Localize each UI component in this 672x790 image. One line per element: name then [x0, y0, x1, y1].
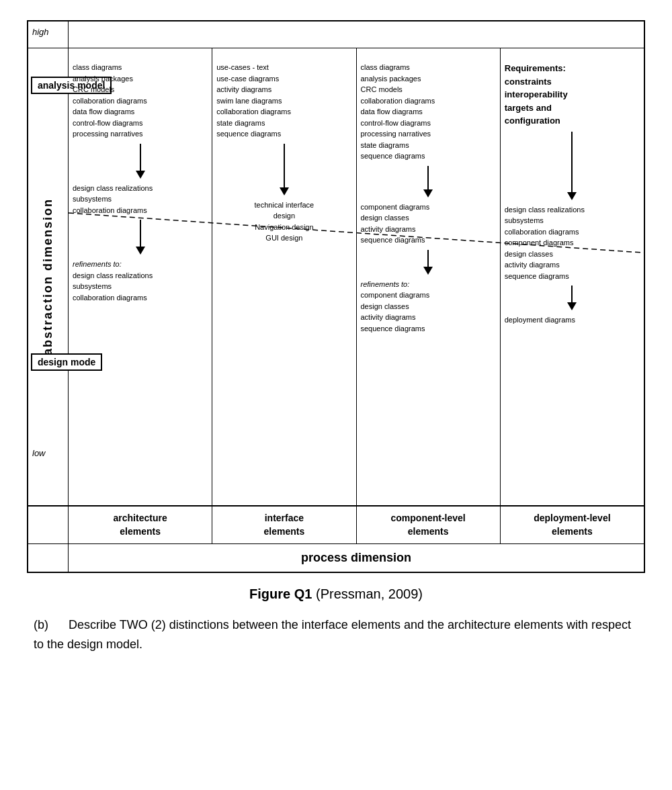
comp-mid-items: component diagrams design classes activi…: [361, 202, 496, 246]
iface-item: Navigation design: [216, 222, 351, 233]
label-component: component-levelelements: [357, 507, 501, 543]
arch-top-items: class diagrams analysis packages CRC mod…: [73, 54, 208, 140]
req-item: interoperability: [505, 88, 640, 101]
arch-item: collaboration diagrams: [73, 95, 208, 107]
col-component: class diagrams analysis packages CRC mod…: [357, 48, 501, 505]
comp-item: CRC models: [361, 84, 496, 95]
comp-item: data flow diagrams: [361, 106, 496, 118]
deploy-top: Requirements: constraints interoperabili…: [505, 54, 640, 128]
comp-item: sequence diagrams: [361, 150, 496, 162]
comp-item: design classes: [361, 301, 496, 312]
low-label: low: [32, 448, 46, 458]
arch-arrow-2: [73, 220, 208, 255]
arch-item: collaboration diagrams: [73, 205, 208, 216]
high-label: high: [32, 27, 49, 37]
iface-item: swim lane diagrams: [216, 95, 351, 107]
iface-item: use-case diagrams: [216, 73, 351, 85]
label-deployment: deployment-levelelements: [501, 507, 644, 543]
arch-item: analysis packages: [73, 73, 208, 85]
comp-item: processing narratives: [361, 128, 496, 140]
req-item: constraints: [505, 75, 640, 89]
deploy-item: design class realizations: [505, 204, 640, 216]
requirements-heading: Requirements:: [505, 62, 640, 75]
arch-item: design class realizations: [73, 183, 208, 194]
question-block: (b) Describe TWO (2) distinctions betwee…: [34, 615, 638, 654]
process-spacer: [28, 544, 69, 572]
columns-wrapper: class diagrams analysis packages CRC mod…: [69, 48, 644, 505]
refinements-label: refinements to:: [73, 259, 208, 270]
comp-item: state diagrams: [361, 140, 496, 151]
arch-arrow-1: [73, 144, 208, 179]
refinements-label-comp: refinements to:: [361, 279, 496, 290]
deploy-item: sequence diagrams: [505, 271, 640, 282]
comp-arrow-1: [361, 166, 496, 198]
iface-item: technical interface: [216, 200, 351, 211]
comp-item: design classes: [361, 212, 496, 224]
abstraction-label: abstraction dimension: [41, 198, 55, 355]
main-diagram: high abstraction dimension low analysis …: [27, 20, 645, 573]
comp-item: component diagrams: [361, 290, 496, 301]
arch-item: subsystems: [73, 281, 208, 292]
iface-item: GUI design: [216, 232, 351, 244]
process-dim-row: process dimension: [28, 543, 644, 572]
req-item: targets and: [505, 101, 640, 115]
arch-item: subsystems: [73, 193, 208, 205]
question-text-content: Describe TWO (2) distinctions between th…: [34, 618, 631, 651]
iface-item: design: [216, 210, 351, 222]
iface-top-items: use-cases - text use-case diagrams activ…: [216, 54, 351, 140]
figure-caption: Figure Q1 (Pressman, 2009): [27, 586, 645, 602]
iface-mid-items: technical interface design Navigation de…: [216, 200, 351, 244]
req-item: configuration: [505, 114, 640, 128]
comp-item: component diagrams: [361, 202, 496, 213]
deploy-arrow-1: [505, 132, 640, 200]
comp-item: control-flow diagrams: [361, 118, 496, 129]
arch-item: processing narratives: [73, 128, 208, 140]
bottom-left-spacer: [28, 507, 69, 543]
arch-mid-items: design class realizations subsystems col…: [73, 183, 208, 216]
top-label-row: high: [28, 21, 644, 48]
comp-arrow-2: [361, 250, 496, 275]
comp-item: collaboration diagrams: [361, 95, 496, 107]
deploy-item: activity diagrams: [505, 259, 640, 271]
comp-item: activity diagrams: [361, 312, 496, 323]
figure-label: Figure Q1: [249, 586, 312, 601]
iface-item: activity diagrams: [216, 84, 351, 95]
deploy-item: deployment diagrams: [505, 314, 640, 326]
arch-item: class diagrams: [73, 62, 208, 73]
arch-bottom-items: refinements to: design class realization…: [73, 259, 208, 303]
bottom-cols: architectureelements interfaceelements c…: [69, 507, 644, 543]
figure-subtitle: (Pressman, 2009): [316, 586, 423, 601]
arch-item: design class realizations: [73, 270, 208, 281]
arch-item: data flow diagrams: [73, 106, 208, 118]
process-dimension-label: process dimension: [69, 544, 644, 572]
deploy-item: collaboration diagrams: [505, 226, 640, 238]
iface-item: collaboration diagrams: [216, 106, 351, 118]
deploy-arrow-2: [505, 286, 640, 310]
content-area: abstraction dimension low analysis model…: [28, 48, 644, 505]
left-sidebar: abstraction dimension low analysis model…: [28, 48, 69, 505]
col-deployment: Requirements: constraints interoperabili…: [501, 48, 644, 505]
top-left-spacer: high: [28, 21, 69, 48]
deploy-item: subsystems: [505, 215, 640, 226]
comp-item: analysis packages: [361, 73, 496, 85]
comp-top-items: class diagrams analysis packages CRC mod…: [361, 54, 496, 162]
iface-item: use-cases - text: [216, 62, 351, 73]
iface-arrow-1: [216, 144, 351, 195]
question-label: (b): [34, 618, 48, 631]
col-interface: use-cases - text use-case diagrams activ…: [212, 48, 356, 505]
label-interface: interfaceelements: [212, 507, 356, 543]
comp-item: sequence diagrams: [361, 323, 496, 335]
label-architecture: architectureelements: [69, 507, 212, 543]
comp-bottom-items: refinements to: component diagrams desig…: [361, 279, 496, 335]
arch-item: CRC models: [73, 84, 208, 95]
arch-item: control-flow diagrams: [73, 118, 208, 129]
deploy-bottom-items: deployment diagrams: [505, 314, 640, 326]
iface-item: sequence diagrams: [216, 128, 351, 140]
comp-item: class diagrams: [361, 62, 496, 73]
deploy-item: component diagrams: [505, 237, 640, 249]
comp-item: sequence diagrams: [361, 234, 496, 246]
top-right-area: [69, 21, 644, 48]
deploy-mid-items: design class realizations subsystems col…: [505, 204, 640, 282]
col-architecture: class diagrams analysis packages CRC mod…: [69, 48, 212, 505]
arch-item: collaboration diagrams: [73, 292, 208, 304]
